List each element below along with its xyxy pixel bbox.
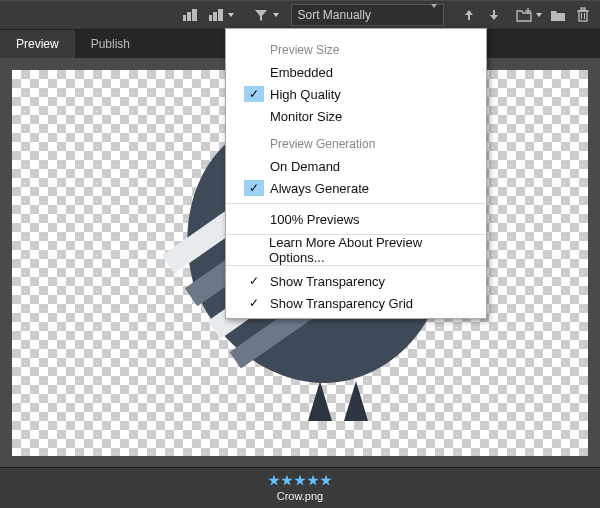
options-toolbar: Sort Manually [0,0,600,30]
tab-preview[interactable]: Preview [0,30,75,58]
arrow-down-icon [488,9,500,21]
menu-label: 100% Previews [270,212,360,227]
star-icon [268,475,280,487]
menu-item-show-transparency[interactable]: Show Transparency [226,270,486,292]
footer-bar: Crow.png [0,467,600,508]
open-folder-button[interactable] [548,4,569,26]
check-icon [244,180,264,196]
menu-item-show-transparency-grid[interactable]: Show Transparency Grid [226,292,486,314]
tab-publish[interactable]: Publish [75,30,146,58]
menu-label: High Quality [270,87,341,102]
menu-item-100-previews[interactable]: 100% Previews [226,208,486,230]
filter-button[interactable] [250,4,281,26]
check-icon [244,295,264,311]
menu-label: Always Generate [270,181,369,196]
chevron-down-icon [227,4,236,26]
menu-label: Embedded [270,65,333,80]
svg-rect-5 [218,9,223,21]
chevron-down-icon [272,4,281,26]
sort-dropdown[interactable]: Sort Manually [291,4,445,26]
menu-separator [226,203,486,204]
preview-options-icon [208,7,224,23]
svg-rect-8 [579,11,587,21]
menu-label: On Demand [270,159,340,174]
menu-header-size: Preview Size [226,33,486,61]
svg-rect-4 [213,12,217,21]
thumbnail-grid-icon [182,7,198,23]
check-icon [244,273,264,289]
star-icon [294,475,306,487]
svg-rect-10 [581,8,585,10]
menu-item-monitor-size[interactable]: Monitor Size [226,105,486,127]
star-icon [281,475,293,487]
sort-asc-button[interactable] [458,4,479,26]
menu-label: Show Transparency Grid [270,296,413,311]
menu-label: Learn More About Preview Options... [269,235,470,265]
preview-options-button[interactable] [205,4,236,26]
menu-label: Show Transparency [270,274,385,289]
folder-add-icon [516,8,532,22]
menu-item-on-demand[interactable]: On Demand [226,155,486,177]
rating-stars[interactable] [268,475,332,487]
svg-rect-3 [209,15,212,21]
star-icon [320,475,332,487]
thumbnail-grid-button[interactable] [179,4,201,26]
chevron-down-icon [535,4,544,26]
check-icon [244,242,263,258]
menu-label: Monitor Size [270,109,342,124]
source-button[interactable] [513,4,544,26]
filename-label: Crow.png [277,490,323,502]
sort-label: Sort Manually [298,8,371,22]
svg-rect-1 [187,12,191,21]
menu-separator [226,265,486,266]
menu-item-learn-more[interactable]: Learn More About Preview Options... [226,239,486,261]
delete-button[interactable] [573,4,594,26]
check-icon [244,86,264,102]
svg-rect-0 [183,15,186,21]
menu-item-high-quality[interactable]: High Quality [226,83,486,105]
preview-options-menu: Preview Size Embedded High Quality Monit… [225,28,487,319]
folder-icon [550,8,566,22]
chevron-down-icon [431,8,437,22]
check-icon [244,158,264,174]
menu-item-always-generate[interactable]: Always Generate [226,177,486,199]
sort-desc-button[interactable] [483,4,504,26]
check-icon [244,64,264,80]
check-icon [244,211,264,227]
star-icon [307,475,319,487]
funnel-icon [254,8,268,22]
arrow-up-icon [463,9,475,21]
check-icon [244,108,264,124]
menu-item-embedded[interactable]: Embedded [226,61,486,83]
svg-rect-2 [192,9,197,21]
trash-icon [576,7,590,23]
menu-header-generation: Preview Generation [226,127,486,155]
